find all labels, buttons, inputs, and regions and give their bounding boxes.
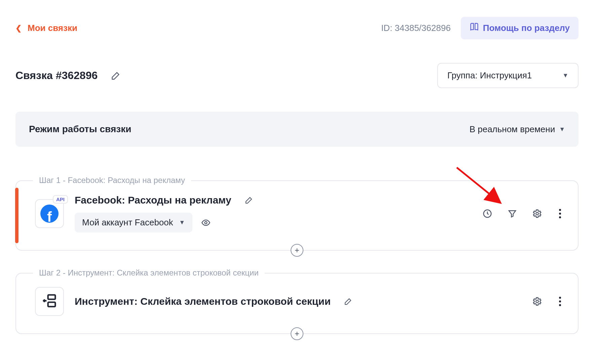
step-card-2: Шаг 2 - Инструмент: Склейка элементов ст… bbox=[15, 273, 579, 334]
step-title-row: Facebook: Расходы на рекламу bbox=[75, 194, 472, 206]
step-actions bbox=[482, 207, 563, 220]
title-left: Связка #362896 bbox=[15, 69, 120, 82]
edit-step-button[interactable] bbox=[344, 297, 352, 305]
step-body: Инструмент: Склейка элементов строковой … bbox=[35, 287, 563, 316]
step-title-row: Инструмент: Склейка элементов строковой … bbox=[75, 296, 521, 307]
svg-rect-5 bbox=[48, 302, 55, 306]
chevron-down-icon: ▼ bbox=[559, 126, 565, 133]
group-select[interactable]: Группа: Инструкция1 ▼ bbox=[437, 63, 579, 88]
step-actions bbox=[532, 295, 563, 308]
add-step-button[interactable]: + bbox=[291, 327, 303, 340]
chevron-down-icon: ▼ bbox=[179, 219, 185, 226]
settings-button[interactable] bbox=[532, 296, 542, 306]
page-title: Связка #362896 bbox=[15, 69, 98, 82]
svg-rect-4 bbox=[48, 295, 55, 299]
step-card-1: Шаг 1 - Facebook: Расходы на рекламу API… bbox=[15, 180, 579, 251]
filter-button[interactable] bbox=[507, 209, 517, 219]
add-step-button[interactable]: + bbox=[291, 244, 303, 257]
book-icon bbox=[470, 22, 479, 34]
more-menu-button[interactable] bbox=[557, 207, 563, 220]
step-legend: Шаг 2 - Инструмент: Склейка элементов ст… bbox=[33, 268, 265, 278]
schedule-button[interactable] bbox=[482, 209, 492, 219]
mode-label: Режим работы связки bbox=[29, 124, 131, 135]
step-title: Инструмент: Склейка элементов строковой … bbox=[75, 296, 331, 307]
step-body: API f Facebook: Расходы на рекламу Мой а… bbox=[35, 194, 563, 232]
svg-point-2 bbox=[536, 212, 539, 215]
edit-step-button[interactable] bbox=[245, 196, 253, 204]
plus-icon: + bbox=[295, 246, 299, 254]
step-content: Инструмент: Склейка элементов строковой … bbox=[75, 296, 521, 307]
edit-title-button[interactable] bbox=[111, 71, 120, 80]
view-account-button[interactable] bbox=[201, 218, 211, 227]
help-button[interactable]: Помощь по разделу bbox=[461, 17, 579, 39]
group-select-label: Группа: Инструкция1 bbox=[447, 70, 532, 81]
account-row: Мой аккаунт Facebook (р ▼ bbox=[75, 213, 472, 232]
mode-select-value: В реальном времени bbox=[470, 124, 555, 135]
chevron-down-icon: ▼ bbox=[562, 72, 568, 79]
api-badge: API bbox=[53, 195, 68, 204]
settings-button[interactable] bbox=[532, 209, 542, 219]
help-button-label: Помощь по разделу bbox=[483, 23, 570, 33]
step-legend: Шаг 1 - Facebook: Расходы на рекламу bbox=[33, 176, 191, 185]
back-link[interactable]: ❮ Мои связки bbox=[15, 23, 77, 33]
page-header: ❮ Мои связки ID: 34385/362896 Помощь по … bbox=[15, 17, 579, 39]
header-right: ID: 34385/362896 Помощь по разделу bbox=[381, 17, 579, 39]
chevron-left-icon: ❮ bbox=[15, 24, 22, 33]
step-source-icon: API f bbox=[35, 199, 64, 228]
mode-select[interactable]: В реальном времени ▼ bbox=[470, 124, 565, 135]
step-content: Facebook: Расходы на рекламу Мой аккаунт… bbox=[75, 194, 472, 232]
mode-bar: Режим работы связки В реальном времени ▼ bbox=[15, 112, 579, 147]
title-row: Связка #362896 Группа: Инструкция1 ▼ bbox=[15, 63, 579, 88]
svg-point-6 bbox=[536, 300, 539, 303]
step-title: Facebook: Расходы на рекламу bbox=[75, 194, 231, 206]
entity-id-label: ID: 34385/362896 bbox=[381, 23, 451, 33]
merge-tool-icon bbox=[41, 292, 58, 311]
more-menu-button[interactable] bbox=[557, 295, 563, 308]
account-select-value: Мой аккаунт Facebook (р bbox=[82, 217, 173, 228]
account-select[interactable]: Мой аккаунт Facebook (р ▼ bbox=[75, 213, 192, 232]
facebook-icon: f bbox=[40, 205, 59, 223]
svg-point-0 bbox=[205, 221, 207, 224]
step-source-icon bbox=[35, 287, 64, 316]
plus-icon: + bbox=[295, 330, 299, 338]
back-link-label: Мои связки bbox=[28, 23, 77, 33]
